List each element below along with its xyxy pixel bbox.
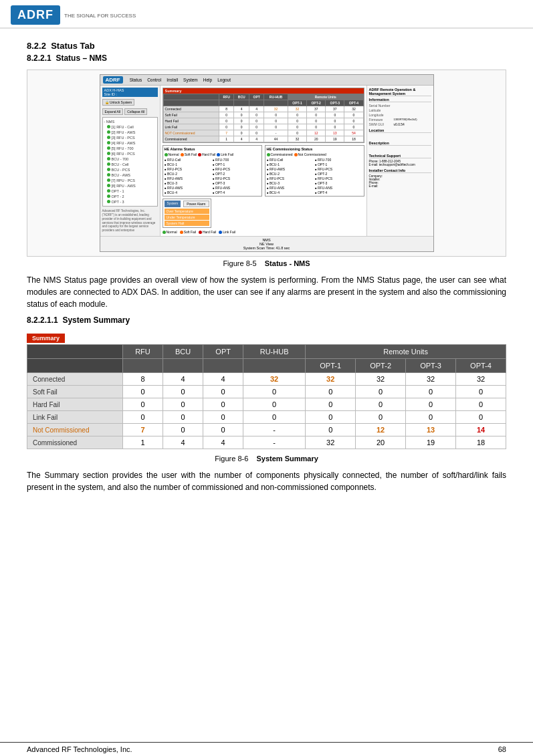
- menu-install[interactable]: Install: [167, 78, 178, 82]
- logo-text: ADRF: [17, 8, 54, 21]
- nms-right-info: ADRF Remote Operation & Management Syste…: [366, 86, 433, 236]
- th-opt4h: OPT-4: [456, 359, 506, 373]
- alarm-hardfail: Hard Fail: [198, 152, 215, 156]
- comm-notcomm: Not Commissioned: [294, 152, 326, 156]
- val-sf-opt2: 0: [356, 386, 406, 398]
- alarm-opt3a: ● OPT-3: [213, 181, 260, 185]
- val-c-bcu: 4: [163, 436, 203, 449]
- col-rfu: RFU: [219, 94, 234, 100]
- menu-status[interactable]: Status: [130, 78, 142, 82]
- tree-rfu-cell: [1] RFU - Cell: [104, 124, 156, 130]
- val-connected-opt3: 32: [406, 373, 456, 386]
- menu-logout[interactable]: Logout: [217, 78, 231, 82]
- val-nc-ruhub: -: [243, 424, 305, 436]
- val-opt3-nc: 13: [326, 130, 344, 136]
- over-temp: Over Temperature: [165, 209, 209, 214]
- alarm-linkfail: Link Fail: [217, 152, 233, 156]
- val-opt2-connected: 37: [307, 106, 326, 112]
- menu-help[interactable]: Help: [203, 78, 212, 82]
- comm-opt1: ● OPT-1: [315, 162, 362, 166]
- tree-rfu-pcs2: [6] RFU - PCS: [104, 151, 156, 156]
- collapse-all-btn[interactable]: Collapse All: [124, 108, 147, 115]
- summary-row-linkfail: Link Fail 000 000 00: [27, 411, 506, 424]
- expand-all-btn[interactable]: Expand All: [102, 108, 124, 115]
- val-opt2-c: 20: [307, 136, 326, 142]
- nms-tree: - NMS [1] RFU - Cell [2] RFU - AWS [3] R…: [102, 117, 158, 207]
- info-firmware: Firmware1300RT00(V0a1b2): [369, 118, 431, 122]
- nms-view-label: NMS NE ViewSystem Scan Time: 41.8 sec: [100, 236, 433, 251]
- val-ruhub-connected: 32: [264, 106, 288, 112]
- val-c-rfu: 1: [123, 436, 163, 449]
- val-hf-rfu: 0: [123, 398, 163, 411]
- val-hf-ruhub: 0: [243, 398, 305, 411]
- val-connected-opt4: 32: [456, 373, 506, 386]
- val-nc-opt4: 14: [456, 424, 506, 436]
- label-connected: Connected: [163, 106, 219, 112]
- val-ruhub-lf: 0: [264, 124, 288, 130]
- summary-label-badge: Summary: [27, 334, 65, 343]
- col-empty2: [163, 100, 219, 106]
- alarm-rfupcs: ● RFU-PCS: [165, 167, 212, 171]
- val-c-opt1: 32: [306, 436, 356, 449]
- th-bcu2: [163, 359, 203, 373]
- nms-unlock-btn[interactable]: 🔒 Unlock System: [102, 98, 158, 106]
- subsection-title: 8.2.2.1.1 System Summary: [27, 316, 506, 325]
- section-title: 8.2.2 Status Tab: [27, 41, 506, 51]
- val-sf-opt4: 0: [456, 386, 506, 398]
- val-connected-ruhub: 32: [243, 373, 305, 386]
- legend-hardfail: Hard Fail: [199, 230, 216, 234]
- info-techsupport-email: E-mail: techsupport@adrftech.com: [369, 163, 431, 166]
- menu-system[interactable]: System: [183, 78, 198, 82]
- alarm-opt2a: ● OPT-2: [213, 172, 260, 176]
- info-description: Description: [369, 141, 431, 146]
- col-rfu2: [219, 100, 234, 106]
- label-c-sum: Commissioned: [27, 436, 123, 449]
- tree-rpu-pcs: [7] RPU - PCS: [104, 178, 156, 183]
- info-techsupport-title: Technical Support: [369, 154, 431, 158]
- val-opt3-hf: 0: [326, 118, 344, 124]
- val-ruhub-hf: 0: [264, 118, 288, 124]
- system-summary-table: RFU BCU OPT RU-HUB Remote Units OPT-1 OP…: [27, 344, 506, 449]
- th-bcu: BCU: [163, 345, 203, 359]
- footer-company: Advanced RF Technologies, Inc.: [27, 745, 132, 753]
- legend-normal: Normal: [163, 230, 177, 234]
- val-rfu-nc: 7: [219, 130, 234, 136]
- tree-rpu-aws: [8] RPU - AWS: [104, 183, 156, 188]
- comm-rfuaws2: ● RFU-ANS: [267, 186, 314, 190]
- val-c-opt2: 20: [356, 436, 406, 449]
- comm-opt2: ● OPT-2: [315, 172, 362, 176]
- val-opt-connected: 4: [249, 106, 264, 112]
- alarm-bcu3: ● BCU-3: [165, 181, 212, 185]
- alarm-legend: Normal Soft Fail Hard Fail Link Fail: [165, 152, 260, 156]
- th-rfu: RFU: [123, 345, 163, 359]
- info-title-info: Information: [369, 98, 431, 102]
- footer-page: 68: [498, 745, 506, 753]
- val-opt3-softfail: 0: [326, 112, 344, 118]
- val-nc-opt2: 12: [356, 424, 406, 436]
- col-opt2h: OPT-2: [307, 100, 326, 106]
- val-opt1-softfail: 0: [288, 112, 307, 118]
- tab-poweralarm[interactable]: Power Alarm: [183, 201, 209, 207]
- label-softfail-sum: Soft Fail: [27, 386, 123, 398]
- val-opt-nc: 0: [249, 130, 264, 136]
- comm-rfuaws: ● RFU-AWS: [267, 167, 314, 171]
- tree-opt3: OPT - 3: [104, 199, 156, 205]
- val-opt4-lf: 0: [344, 124, 363, 130]
- row-linkfail: Link Fail 000 000 00: [163, 124, 363, 130]
- comm-opt4: ● OPT-4: [315, 191, 362, 195]
- row-notcommissioned: NOT Commissioned 700 - 0 12 13 54: [163, 130, 363, 136]
- menu-control[interactable]: Control: [147, 78, 161, 82]
- nms-commissioning-section: HE Commissioning Status Commissioned Not…: [265, 145, 364, 197]
- tab-system[interactable]: System: [165, 201, 181, 207]
- comm-rfupcs: ● RFU-PCS: [315, 167, 362, 171]
- val-opt-lf: 0: [249, 124, 264, 130]
- val-lf-opt: 0: [203, 411, 243, 424]
- tree-rfu-pcs: [3] RFU - PCS: [104, 135, 156, 140]
- val-opt1-lf: 0: [288, 124, 307, 130]
- val-opt3-c: 19: [326, 136, 344, 142]
- val-hf-opt1: 0: [306, 398, 356, 411]
- summary-row-connected: Connected 8 4 4 32 32 32 32 32: [27, 373, 506, 386]
- alarm-opt1a: ● OPT-1: [213, 162, 260, 166]
- col-opt3h: OPT-3: [326, 100, 344, 106]
- nms-summary-header: Summary: [163, 88, 364, 94]
